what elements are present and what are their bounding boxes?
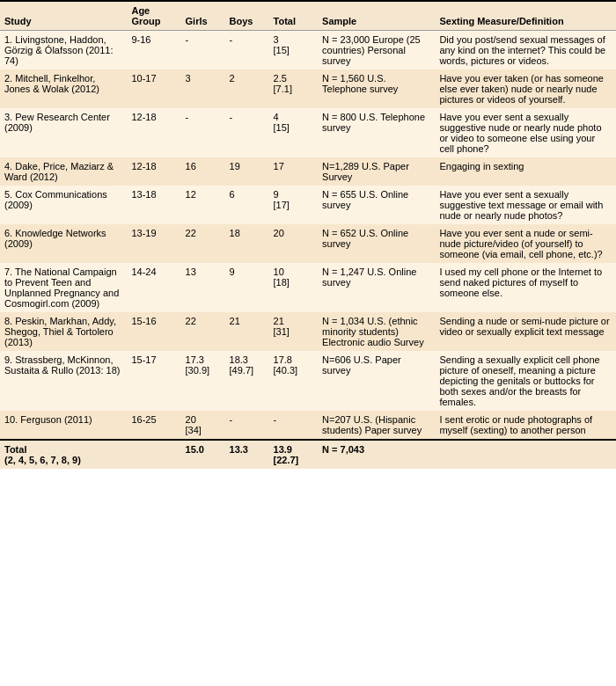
cell-study: 1. Livingstone, Haddon, Görzig & Ólafsso…: [0, 31, 127, 70]
cell-total: 3 [15]: [269, 31, 319, 70]
cell-sample: N = 800 U.S. Telephone survey: [318, 108, 435, 157]
cell-sample: N=207 U.S. (Hispanic students) Paper sur…: [318, 411, 435, 440]
cell-girls: -: [181, 31, 225, 70]
header-study: Study: [0, 1, 127, 31]
cell-age: 12-18: [127, 108, 180, 157]
cell-study: 8. Peskin, Markhan, Addy, Shegog, Thiel …: [0, 312, 127, 351]
cell-age: 12-18: [127, 157, 180, 186]
cell-total: 9 [17]: [269, 186, 319, 224]
cell-girls: -: [181, 108, 225, 157]
cell-total: 20: [269, 224, 319, 263]
cell-girls: 17.3 [30.9]: [181, 351, 225, 411]
cell-study: 2. Mitchell, Finkelhor, Jones & Wolak (2…: [0, 69, 127, 108]
footer-label: Total (2, 4, 5, 6, 7, 8, 9): [0, 440, 181, 469]
table-row: 6. Knowledge Networks (2009)13-19221820N…: [0, 224, 616, 263]
cell-age: 16-25: [127, 411, 180, 440]
cell-boys: -: [225, 411, 269, 440]
cell-sexting: I used my cell phone or the Internet to …: [435, 263, 616, 312]
cell-age: 14-24: [127, 263, 180, 312]
cell-study: 9. Strassberg, McKinnon, Sustaita & Rull…: [0, 351, 127, 411]
cell-total: 17: [269, 157, 319, 186]
cell-boys: 18.3 [49.7]: [225, 351, 269, 411]
cell-sexting: I sent erotic or nude photographs of mys…: [435, 411, 616, 440]
cell-total: -: [269, 411, 319, 440]
cell-study: 7. The National Campaign to Prevent Teen…: [0, 263, 127, 312]
cell-sexting: Engaging in sexting: [435, 157, 616, 186]
cell-total: 2.5 [7.1]: [269, 69, 319, 108]
cell-sexting: Have you ever sent a sexually suggestive…: [435, 108, 616, 157]
footer-total: 13.9 [22.7]: [269, 440, 319, 469]
table-row: 10. Ferguson (2011)16-2520 [34]--N=207 U…: [0, 411, 616, 440]
header-girls: Girls: [181, 1, 225, 31]
cell-girls: 22: [181, 312, 225, 351]
cell-sample: N = 655 U.S. Online survey: [318, 186, 435, 224]
cell-sample: N=606 U.S. Paper survey: [318, 351, 435, 411]
cell-sexting: Have you ever taken (or has someone else…: [435, 69, 616, 108]
cell-girls: 22: [181, 224, 225, 263]
table-row: 7. The National Campaign to Prevent Teen…: [0, 263, 616, 312]
cell-study: 10. Ferguson (2011): [0, 411, 127, 440]
header-age: Age Group: [127, 1, 180, 31]
cell-boys: -: [225, 108, 269, 157]
cell-sexting: Did you post/send sexual messages of any…: [435, 31, 616, 70]
cell-sexting: Sending a sexually explicit cell phone p…: [435, 351, 616, 411]
cell-total: 4 [15]: [269, 108, 319, 157]
cell-age: 13-19: [127, 224, 180, 263]
table-row: 2. Mitchell, Finkelhor, Jones & Wolak (2…: [0, 69, 616, 108]
cell-sample: N = 1,034 U.S. (ethnic minority students…: [318, 312, 435, 351]
cell-sexting: Have you ever sent a nude or semi-nude p…: [435, 224, 616, 263]
cell-total: 17.8 [40.3]: [269, 351, 319, 411]
cell-study: 3. Pew Research Center (2009): [0, 108, 127, 157]
table-footer: Total (2, 4, 5, 6, 7, 8, 9) 15.0 13.3 13…: [0, 440, 616, 469]
cell-study: 6. Knowledge Networks (2009): [0, 224, 127, 263]
footer-girls: 15.0: [181, 440, 225, 469]
cell-total: 21 [31]: [269, 312, 319, 351]
cell-girls: 12: [181, 186, 225, 224]
header-sample: Sample: [318, 1, 435, 31]
cell-girls: 13: [181, 263, 225, 312]
cell-sexting: Have you ever sent a sexually suggestive…: [435, 186, 616, 224]
cell-age: 10-17: [127, 69, 180, 108]
cell-boys: 9: [225, 263, 269, 312]
cell-boys: 6: [225, 186, 269, 224]
table-row: 9. Strassberg, McKinnon, Sustaita & Rull…: [0, 351, 616, 411]
cell-study: 5. Cox Communications (2009): [0, 186, 127, 224]
cell-boys: 2: [225, 69, 269, 108]
cell-boys: 18: [225, 224, 269, 263]
cell-boys: -: [225, 31, 269, 70]
cell-girls: 20 [34]: [181, 411, 225, 440]
cell-girls: 3: [181, 69, 225, 108]
footer-sexting: [435, 440, 616, 469]
cell-boys: 21: [225, 312, 269, 351]
cell-age: 15-16: [127, 312, 180, 351]
cell-age: 15-17: [127, 351, 180, 411]
cell-girls: 16: [181, 157, 225, 186]
table-row: 4. Dake, Price, Maziarz & Ward (2012)12-…: [0, 157, 616, 186]
header-sexting: Sexting Measure/Definition: [435, 1, 616, 31]
cell-total: 10 [18]: [269, 263, 319, 312]
cell-sample: N = 23,000 Europe (25 countries) Persona…: [318, 31, 435, 70]
cell-sample: N = 652 U.S. Online survey: [318, 224, 435, 263]
footer-boys: 13.3: [225, 440, 269, 469]
cell-study: 4. Dake, Price, Maziarz & Ward (2012): [0, 157, 127, 186]
cell-sample: N=1,289 U.S. Paper Survey: [318, 157, 435, 186]
cell-age: 13-18: [127, 186, 180, 224]
cell-sample: N = 1,560 U.S. Telephone survey: [318, 69, 435, 108]
cell-sample: N = 1,247 U.S. Online survey: [318, 263, 435, 312]
table-row: 5. Cox Communications (2009)13-181269 [1…: [0, 186, 616, 224]
header-boys: Boys: [225, 1, 269, 31]
table-row: 1. Livingstone, Haddon, Görzig & Ólafsso…: [0, 31, 616, 70]
header-total: Total: [269, 1, 319, 31]
footer-sample: N = 7,043: [318, 440, 435, 469]
table-row: 3. Pew Research Center (2009)12-18--4 [1…: [0, 108, 616, 157]
cell-age: 9-16: [127, 31, 180, 70]
cell-sexting: Sending a nude or semi-nude picture or v…: [435, 312, 616, 351]
cell-boys: 19: [225, 157, 269, 186]
table-row: 8. Peskin, Markhan, Addy, Shegog, Thiel …: [0, 312, 616, 351]
